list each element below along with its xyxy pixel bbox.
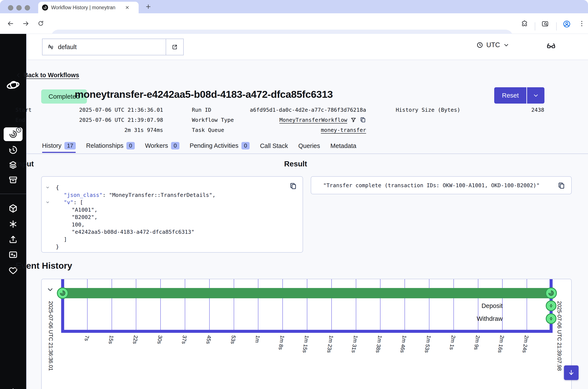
- timeline-gridline: [112, 279, 112, 330]
- archive-icon: [8, 175, 18, 185]
- reset-menu-chevron-icon[interactable]: [526, 87, 544, 103]
- new-tab-button[interactable]: [145, 3, 151, 10]
- tab-history[interactable]: History17: [42, 142, 76, 153]
- timeline-gridline: [282, 279, 283, 330]
- timeline-end-timestamp: 2025-07-06 UTC 21:39:07.98: [556, 301, 562, 371]
- timeline-gridline: [527, 279, 527, 330]
- extensions-icon[interactable]: [521, 20, 528, 27]
- theme-toggle-sun-icon[interactable]: [0, 388, 26, 389]
- sidebar-divider: [0, 194, 26, 194]
- tab-count-badge: 0: [126, 142, 135, 149]
- reload-icon[interactable]: [37, 20, 44, 27]
- window-minimize-button[interactable]: [16, 5, 22, 10]
- profile-avatar-icon[interactable]: [563, 20, 571, 28]
- timeline-gridline: [380, 279, 380, 330]
- sidebar-item-import[interactable]: [0, 235, 26, 244]
- chevron-left-icon: [15, 72, 21, 78]
- copy-icon[interactable]: [289, 182, 297, 190]
- deposit-activity-marker[interactable]: [546, 300, 556, 311]
- namespace-label: default: [58, 43, 77, 51]
- forward-arrow-icon[interactable]: [22, 20, 29, 27]
- timeline-gridline: [307, 279, 307, 330]
- withdraw-activity-marker[interactable]: [546, 313, 556, 324]
- download-history-button[interactable]: [564, 365, 579, 380]
- timeline-tick-label: 45s: [205, 335, 212, 344]
- collapse-caret-icon[interactable]: [45, 200, 50, 204]
- workflow-tabs: History17Relationships0Workers0Pending A…: [42, 142, 356, 153]
- result-card: "Transfer complete (transaction IDs: OKW…: [311, 176, 572, 194]
- tab-strip: Workflow History | moneytran: [0, 0, 588, 13]
- timeline-bottom-axis: [61, 330, 553, 333]
- json-line: "e4242aa5-b08d-4183-a472-dfca85fc6313": [72, 229, 194, 235]
- timeline-gridline: [136, 279, 136, 330]
- timeline-tick-label: 1m: [254, 335, 261, 343]
- copy-icon[interactable]: [557, 182, 565, 190]
- back-to-workflows-link[interactable]: Back to Workflows: [15, 72, 79, 79]
- clock-icon: [476, 42, 483, 48]
- asterisk-icon: [8, 219, 18, 229]
- collapse-caret-icon[interactable]: [45, 185, 50, 190]
- glasses-icon[interactable]: [546, 42, 556, 51]
- collapse-chevron-icon[interactable]: [46, 286, 54, 293]
- meta-runid-row: Run ID a6fd95d1-da0c-4d2e-a77c-786f3d762…: [192, 105, 366, 114]
- activity-row-label: Withdraw: [477, 315, 503, 322]
- timeline-tick-label: 37s: [181, 335, 188, 344]
- event-history-timeline: Deposit Withdraw 2025-07-06 UTC 21:36:36…: [41, 279, 572, 389]
- task-queue-link[interactable]: money-transfer: [321, 127, 366, 133]
- menu-dots-icon[interactable]: [578, 20, 586, 27]
- workflow-type-link[interactable]: MoneyTransferWorkflow: [279, 117, 347, 123]
- sidebar-item-docs[interactable]: [0, 250, 26, 260]
- json-line: "B2002",: [72, 214, 98, 220]
- tab-close-icon[interactable]: [125, 5, 130, 10]
- tab-workers[interactable]: Workers0: [145, 142, 179, 153]
- json-line: {: [56, 184, 59, 191]
- namespace-open-button[interactable]: [166, 39, 183, 55]
- clock-history-icon: [8, 145, 18, 155]
- filter-icon[interactable]: [350, 117, 357, 123]
- chevron-down-icon: [503, 42, 510, 48]
- timeline-tick-label: 1m 46s: [399, 335, 408, 353]
- back-arrow-icon[interactable]: [7, 20, 14, 27]
- browser-tab[interactable]: Workflow History | moneytran: [38, 2, 139, 13]
- tab-pending-activities[interactable]: Pending Activities0: [190, 142, 250, 153]
- tab-relationships[interactable]: Relationships0: [86, 142, 135, 153]
- timeline-gridline: [87, 279, 88, 330]
- tab-count-badge: 0: [171, 142, 179, 149]
- timeline-gridline: [160, 279, 161, 330]
- timeline-tick-label: 2m 16s: [497, 335, 505, 353]
- tab-title: Workflow History | moneytran: [51, 5, 122, 10]
- tab-queries[interactable]: Queries: [298, 142, 320, 153]
- workflow-execution-bar[interactable]: [63, 288, 551, 298]
- namespace-selector[interactable]: default: [42, 39, 184, 55]
- app-header: default UTC: [27, 34, 588, 60]
- tab-call-stack[interactable]: Call Stack: [260, 142, 288, 153]
- tab-search-icon[interactable]: [541, 20, 549, 28]
- timeline-gridline: [453, 279, 454, 330]
- sidebar-item-schedules[interactable]: [0, 145, 26, 155]
- cube-icon: [8, 203, 18, 213]
- tab-metadata[interactable]: Metadata: [330, 142, 356, 153]
- timezone-selector[interactable]: UTC: [476, 41, 510, 49]
- temporal-favicon-icon: [42, 4, 48, 10]
- tab-count-badge: 0: [242, 142, 250, 149]
- reset-button[interactable]: Reset: [494, 87, 544, 103]
- meta-workflowtype-row: Workflow Type MoneyTransferWorkflow: [192, 116, 366, 124]
- input-card: {"json_class": "MoneyTransfer::TransferD…: [41, 176, 303, 253]
- book-sparkle-icon: [8, 250, 18, 260]
- timeline-tick-label: 2m 24s: [521, 335, 530, 353]
- timeline-gridline: [331, 279, 332, 330]
- timeline-tick-label: 30s: [156, 335, 164, 344]
- event-history-heading: Event History: [15, 261, 72, 271]
- sidebar-item-archive[interactable]: [0, 175, 26, 185]
- timeline-gridline: [258, 279, 258, 330]
- copy-icon[interactable]: [360, 117, 366, 123]
- workflow-start-marker[interactable]: [57, 287, 69, 299]
- temporal-logo-icon[interactable]: [0, 78, 26, 93]
- workflow-end-marker[interactable]: [545, 287, 557, 299]
- window-close-button[interactable]: [8, 5, 13, 10]
- timeline-gridline: [234, 279, 234, 330]
- toolbar-divider: [556, 22, 557, 31]
- window-zoom-button[interactable]: [25, 5, 30, 10]
- sidebar-item-nexus[interactable]: [0, 219, 26, 229]
- sidebar-item-codec[interactable]: [0, 203, 26, 213]
